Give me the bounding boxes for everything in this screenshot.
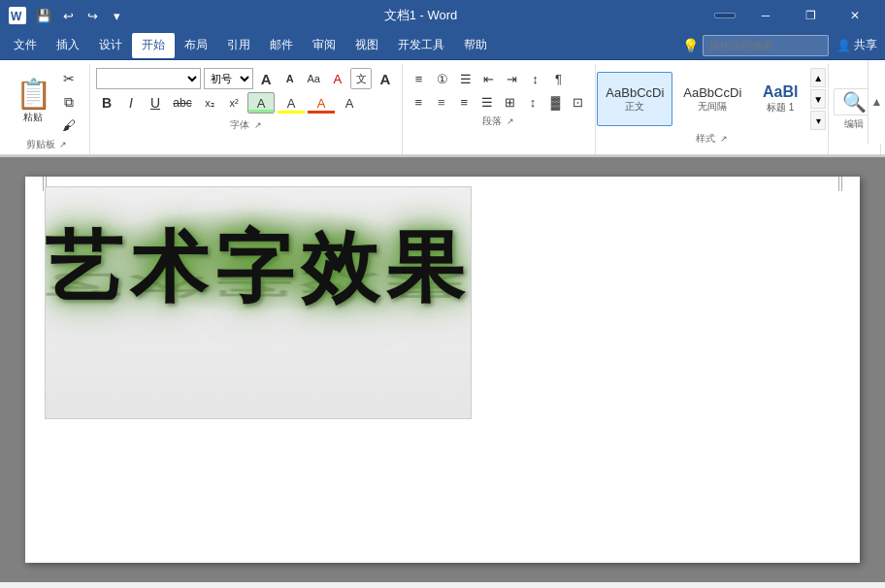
clipboard-label: 剪贴板 ↗ — [12, 136, 82, 154]
paragraph-group: ≡ ① ☰ ⇤ ⇥ ↕ ¶ ≡ ≡ ≡ ☰ ⊞ ↕ ▓ ⊡ — [403, 64, 596, 154]
menu-developer[interactable]: 开发工具 — [388, 33, 454, 58]
ribbon: 📋 粘贴 ✂ ⧉ 🖌 剪贴板 ↗ — [0, 60, 885, 157]
art-text-box[interactable]: 艺术字效果 艺术字效果 — [45, 186, 472, 419]
minimize-btn[interactable]: ─ — [743, 0, 788, 31]
menu-design[interactable]: 设计 — [89, 33, 132, 58]
menu-bar: 文件 插入 设计 开始 布局 引用 邮件 审阅 视图 开发工具 帮助 💡 👤 共… — [0, 31, 885, 60]
paste-icon: 📋 — [16, 80, 51, 109]
search-input[interactable] — [703, 35, 829, 56]
font-size-select[interactable]: 初号 — [204, 68, 253, 89]
close-btn[interactable]: ✕ — [833, 0, 877, 31]
style-normal[interactable]: AaBbCcDi 正文 — [597, 72, 672, 126]
highlight-button[interactable]: A — [247, 92, 275, 114]
justify-btn[interactable]: ☰ — [476, 91, 498, 113]
login-button[interactable] — [714, 13, 736, 18]
style-heading1[interactable]: AaBl 标题 1 — [752, 72, 808, 126]
superscript-button[interactable]: x² — [223, 92, 245, 114]
subscript-button[interactable]: x₂ — [199, 92, 220, 114]
quick-access-toolbar: 💾 ↩ ↪ ▾ — [33, 5, 127, 26]
clear-format-btn[interactable]: A — [327, 68, 347, 89]
document-page: 艺术字效果 艺术字效果 — [25, 177, 860, 563]
sort-btn[interactable]: ↕ — [525, 68, 546, 89]
reflection-fade — [46, 350, 471, 418]
show-marks-btn[interactable]: ¶ — [548, 68, 570, 89]
clipboard-expand-icon[interactable]: ↗ — [59, 140, 67, 149]
share-btn[interactable]: 👤 共享 — [836, 37, 877, 53]
styles-gallery: AaBbCcDi 正文 AaBbCcDi 无间隔 AaBl 标题 1 ▲ ▼ ▾ — [597, 68, 826, 130]
title-bar-left: W 💾 ↩ ↪ ▾ — [8, 5, 127, 26]
copy-button[interactable]: ⧉ — [56, 91, 82, 113]
styles-group: AaBbCcDi 正文 AaBbCcDi 无间隔 AaBl 标题 1 ▲ ▼ ▾ — [596, 64, 829, 154]
shading-para-btn[interactable]: ▓ — [545, 91, 567, 113]
font-color-bar — [308, 111, 335, 114]
styles-more-btn[interactable]: ▾ — [810, 111, 826, 130]
style-no-spacing[interactable]: AaBbCcDi 无间隔 — [674, 72, 750, 126]
document-area: 艺术字效果 艺术字效果 — [0, 157, 885, 582]
menu-help[interactable]: 帮助 — [454, 33, 497, 58]
format-painter-button[interactable]: 🖌 — [56, 114, 82, 136]
strikethrough-button[interactable]: abc — [169, 92, 196, 114]
align-center-btn[interactable]: ≡ — [431, 91, 452, 113]
align-right-btn[interactable]: ≡ — [454, 91, 475, 113]
styles-expand-icon[interactable]: ↗ — [720, 134, 728, 144]
border-btn[interactable]: ⊡ — [568, 91, 589, 113]
styles-label: 样式 ↗ — [600, 130, 824, 148]
line-spacing-btn[interactable]: ↕ — [522, 91, 543, 113]
menu-file[interactable]: 文件 — [4, 33, 47, 58]
decrease-indent-btn[interactable]: ⇤ — [478, 68, 500, 89]
style-normal-label: 正文 — [625, 100, 644, 114]
highlight-icon: A — [257, 96, 266, 111]
menu-mailings[interactable]: 邮件 — [260, 33, 303, 58]
cut-button[interactable]: ✂ — [56, 68, 82, 89]
save-quick-btn[interactable]: 💾 — [33, 5, 54, 26]
ribbon-collapse-btn[interactable]: ▲ — [868, 60, 885, 144]
multilevel-list-btn[interactable]: ☰ — [455, 68, 476, 89]
menu-review[interactable]: 审阅 — [303, 33, 345, 58]
menu-layout[interactable]: 布局 — [175, 33, 217, 58]
menu-home[interactable]: 开始 — [132, 33, 175, 58]
undo-btn[interactable]: ↩ — [57, 5, 79, 26]
art-main-text: 艺术字效果 — [45, 216, 472, 321]
underline-button[interactable]: U — [145, 92, 166, 114]
font-shrink-btn[interactable]: A — [279, 68, 300, 89]
font-grow-btn[interactable]: A — [256, 68, 277, 89]
para-expand-icon[interactable]: ↗ — [507, 116, 514, 126]
bullet-list-btn[interactable]: ≡ — [409, 68, 430, 89]
columns-btn[interactable]: ⊞ — [500, 91, 521, 113]
menu-view[interactable]: 视图 — [345, 33, 388, 58]
menu-references[interactable]: 引用 — [217, 33, 260, 58]
customize-qa-btn[interactable]: ▾ — [106, 5, 127, 26]
shading-color-bar — [278, 111, 305, 114]
style-normal-preview: AaBbCcDi — [606, 85, 664, 100]
big-a-btn[interactable]: A — [375, 68, 395, 89]
styles-scroll-up[interactable]: ▲ — [810, 68, 826, 87]
window-controls: ─ ❐ ✕ — [743, 0, 877, 31]
font-family-select[interactable] — [96, 68, 201, 89]
menu-insert[interactable]: 插入 — [47, 33, 89, 58]
paste-label: 粘贴 — [23, 111, 43, 124]
svg-text:W: W — [11, 10, 22, 23]
change-case-btn[interactable]: Aa — [304, 68, 324, 89]
font-shading-btn[interactable]: A — [278, 92, 305, 114]
italic-button[interactable]: I — [120, 92, 142, 114]
restore-btn[interactable]: ❐ — [788, 0, 833, 31]
bold-button[interactable]: B — [96, 92, 117, 114]
emphasis-btn[interactable]: A — [338, 92, 361, 114]
font-expand-icon[interactable]: ↗ — [254, 120, 262, 130]
highlight-color-bar — [248, 110, 274, 113]
style-nospacing-preview: AaBbCcDi — [683, 85, 741, 100]
font-row-2: B I U abc x₂ x² A A A — [96, 92, 396, 114]
font-color-btn[interactable]: A — [308, 92, 335, 114]
style-heading1-preview: AaBl — [763, 83, 798, 101]
style-nospacing-label: 无间隔 — [698, 100, 727, 114]
para-label: 段落 ↗ — [409, 113, 589, 131]
align-left-btn[interactable]: ≡ — [409, 91, 430, 113]
paste-button[interactable]: 📋 粘贴 — [12, 68, 54, 136]
styles-scroll-down[interactable]: ▼ — [810, 89, 826, 109]
numbered-list-btn[interactable]: ① — [432, 68, 453, 89]
wubi-btn[interactable]: 文 — [350, 68, 372, 89]
title-bar-right: ─ ❐ ✕ — [714, 0, 877, 31]
redo-btn[interactable]: ↪ — [82, 5, 103, 26]
word-icon: W — [8, 6, 27, 25]
increase-indent-btn[interactable]: ⇥ — [502, 68, 523, 89]
